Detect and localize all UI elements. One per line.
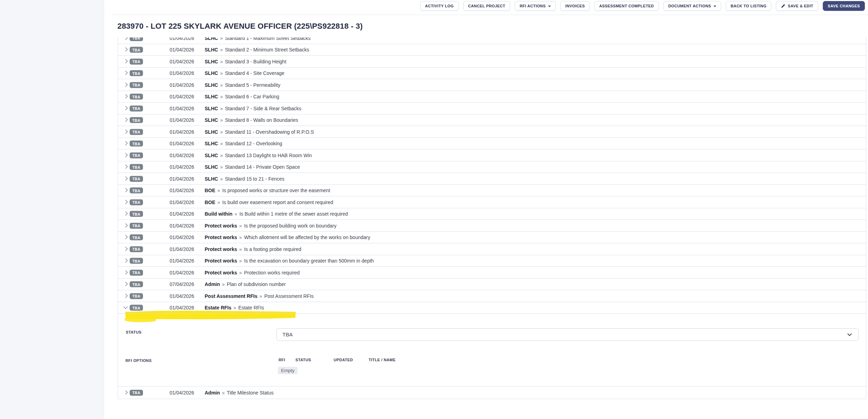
chevron-right-icon[interactable]: [123, 37, 128, 40]
row-category: Estate RFIs: [205, 305, 231, 310]
chevron-right-icon[interactable]: [123, 176, 128, 181]
caret-down-icon: [548, 6, 551, 7]
status-select[interactable]: TBA: [276, 328, 859, 341]
save-changes-button[interactable]: SAVE CHANGES: [823, 1, 865, 11]
list-row-inner: TBA01/04/2026SLHC»Standard 5 - Permeabil…: [118, 79, 866, 91]
save-and-edit-button[interactable]: SAVE & EDIT: [776, 1, 818, 11]
assessment-footer-row: TBA01/04/2026Admin»Title Milestone Statu…: [118, 386, 866, 399]
list-row-inner: TBA01/04/2026Post Assessment RFIs»Post A…: [118, 290, 866, 302]
chevron-right-icon[interactable]: [123, 106, 128, 110]
row-category: BOE: [205, 188, 215, 193]
row-category: SLHC: [205, 47, 218, 53]
chevron-right-icon[interactable]: [123, 390, 128, 394]
chevron-right-icon[interactable]: [123, 270, 128, 274]
button-label: RFI ACTIONS: [520, 4, 546, 8]
list-row[interactable]: TBA01/04/2026SLHC»Standard 5 - Permeabil…: [118, 79, 866, 91]
list-row[interactable]: TBA01/04/2026SLHC»Standard 11 - Overshad…: [118, 126, 866, 138]
list-row[interactable]: TBA01/04/2026SLHC»Standard 4 - Site Cove…: [118, 68, 866, 79]
list-row[interactable]: TBA01/04/2026Admin»Title Milestone Statu…: [118, 386, 866, 399]
invoices-button[interactable]: INVOICES: [560, 1, 590, 11]
document-actions-dropdown-button[interactable]: DOCUMENT ACTIONS: [663, 1, 721, 11]
page-title: 283970 - LOT 225 SKYLARK AVENUE OFFICER …: [117, 22, 363, 31]
cancel-project-button[interactable]: CANCEL PROJECT: [463, 1, 510, 11]
row-date: 01/04/2026: [170, 246, 194, 252]
status-select-value: TBA: [282, 331, 293, 337]
chevron-down-icon[interactable]: [123, 305, 128, 309]
button-label: DOCUMENT ACTIONS: [668, 4, 711, 8]
list-row-inner: TBA01/04/2026Estate RFIs»Estate RFIs: [118, 302, 866, 314]
chevron-right-icon[interactable]: [123, 200, 128, 204]
status-badge: TBA: [130, 176, 143, 182]
row-date: 01/04/2026: [170, 129, 194, 135]
row-label: SLHC»Standard 8 - Walls on Boundaries: [205, 117, 298, 123]
list-row[interactable]: TBA01/04/2026SLHC»Standard 14 - Private …: [118, 161, 866, 173]
row-category: SLHC: [205, 141, 218, 146]
list-row[interactable]: TBA01/04/2026SLHC»Standard 6 - Car Parki…: [118, 91, 866, 103]
rfi-table-header-rfi: RFI: [279, 358, 285, 362]
list-row[interactable]: TBA01/04/2026Build within»Is Build withi…: [118, 208, 866, 220]
chevron-right-icon[interactable]: [123, 153, 128, 157]
list-row[interactable]: TBA01/04/2026BOE»Is proposed works or st…: [118, 185, 866, 197]
list-row-inner: TBA01/04/2026SLHC»Standard 12 - Overlook…: [118, 138, 866, 150]
button-label: SAVE & EDIT: [788, 4, 813, 8]
row-category: Protect works: [205, 235, 237, 240]
list-row[interactable]: TBA01/04/2026SLHC»Standard 12 - Overlook…: [118, 138, 866, 150]
row-date: 01/04/2026: [170, 164, 194, 170]
back-to-listing-button[interactable]: BACK TO LISTING: [726, 1, 771, 11]
list-row[interactable]: TBA01/04/2026SLHC»Standard 2 - Minimum S…: [118, 44, 866, 56]
chevron-right-icon[interactable]: [123, 118, 128, 122]
chevron-right-icon[interactable]: [123, 141, 128, 146]
row-label: Estate RFIs»Estate RFIs: [205, 305, 264, 310]
chevron-right-icon[interactable]: [123, 94, 128, 99]
list-row[interactable]: TBA01/04/2026Protect works»Protection wo…: [118, 267, 866, 279]
chevron-right-icon[interactable]: [123, 165, 128, 169]
list-row[interactable]: TBA01/04/2026Protect works»Is a footing …: [118, 243, 866, 255]
chevron-right-icon[interactable]: [123, 235, 128, 239]
list-row-inner: TBA01/04/2026Protect works»Protection wo…: [118, 267, 866, 279]
list-row[interactable]: TBA01/04/2026Estate RFIs»Estate RFIs: [118, 302, 866, 314]
list-row[interactable]: TBA01/04/2026SLHC»Standard 13 Daylight t…: [118, 149, 866, 161]
row-label: SLHC»Standard 3 - Building Height: [205, 59, 286, 64]
button-label: SAVE CHANGES: [828, 4, 860, 8]
row-category: Post Assessment RFIs: [205, 293, 257, 299]
list-row[interactable]: TBA01/04/2026SLHC»Standard 3 - Building …: [118, 56, 866, 68]
chevron-right-icon[interactable]: [123, 82, 128, 87]
row-label: Post Assessment RFIs»Post Assessment RFI…: [205, 293, 314, 299]
chevron-right-icon[interactable]: [123, 223, 128, 228]
rfi-table-header-status: STATUS: [295, 358, 311, 362]
chevron-right-icon[interactable]: [123, 59, 128, 63]
status-badge: TBA: [130, 82, 143, 88]
chevron-right-icon[interactable]: [123, 71, 128, 75]
chevron-right-icon[interactable]: [123, 282, 128, 286]
chevron-right-icon[interactable]: [123, 293, 128, 298]
chevron-right-icon[interactable]: [123, 47, 128, 52]
list-row[interactable]: TBA01/04/2026SLHC»Standard 1 - Maximum S…: [118, 37, 866, 44]
chevron-right-icon[interactable]: [123, 188, 128, 193]
list-row[interactable]: TBA01/04/2026SLHC»Standard 15 to 21 - Fe…: [118, 173, 866, 185]
row-category: SLHC: [205, 129, 218, 135]
list-row[interactable]: TBA01/04/2026BOE»Is build over easement …: [118, 196, 866, 208]
list-row[interactable]: TBA01/04/2026Protect works»Is the excava…: [118, 255, 866, 267]
list-row[interactable]: TBA01/04/2026Protect works»Is the propos…: [118, 220, 866, 232]
list-row[interactable]: TBA07/04/2026Admin»Plan of subdivision n…: [118, 279, 866, 291]
chevron-right-icon[interactable]: [123, 211, 128, 216]
chevron-right-icon[interactable]: [123, 258, 128, 263]
chevron-right-icon[interactable]: [123, 129, 128, 134]
row-label: Protect works»Protection works required: [205, 270, 300, 275]
rfi-actions-dropdown-button[interactable]: RFI ACTIONS: [515, 1, 556, 11]
list-row[interactable]: TBA01/04/2026Post Assessment RFIs»Post A…: [118, 290, 866, 302]
list-row[interactable]: TBA01/04/2026Protect works»Which allotme…: [118, 232, 866, 244]
chevron-right-icon[interactable]: [123, 246, 128, 251]
button-label: INVOICES: [565, 4, 585, 8]
row-label: Build within»Is Build within 1 metre of …: [205, 211, 348, 217]
toolbar-divider: [111, 15, 868, 15]
assessment-completed-button[interactable]: ASSESSMENT COMPLETED: [594, 1, 659, 11]
list-row[interactable]: TBA01/04/2026SLHC»Standard 8 - Walls on …: [118, 114, 866, 126]
row-category: Admin: [205, 390, 220, 396]
status-badge: TBA: [130, 293, 143, 299]
list-row-inner: TBA01/04/2026SLHC»Standard 2 - Minimum S…: [118, 44, 866, 56]
row-separator: »: [220, 117, 223, 123]
list-row[interactable]: TBA01/04/2026SLHC»Standard 7 - Side & Re…: [118, 103, 866, 114]
activity-log-button[interactable]: ACTIVITY LOG: [420, 1, 459, 11]
row-category: SLHC: [205, 106, 218, 111]
